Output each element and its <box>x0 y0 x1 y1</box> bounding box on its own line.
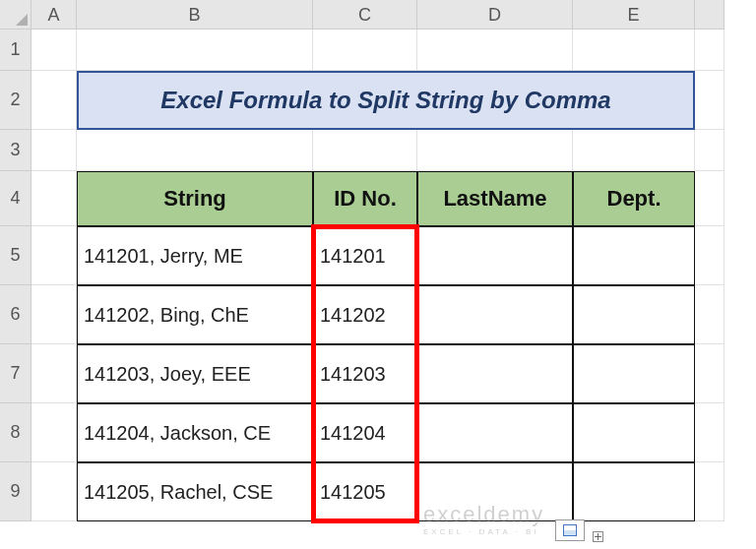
cell-D1[interactable] <box>417 30 573 71</box>
cell-F7[interactable] <box>695 344 724 403</box>
row-header-3[interactable]: 3 <box>0 130 32 171</box>
row-header-7[interactable]: 7 <box>0 344 32 403</box>
cell-C6[interactable]: 141202 <box>313 285 417 344</box>
cell-B9[interactable]: 141205, Rachel, CSE <box>77 462 313 521</box>
row-header-5[interactable]: 5 <box>0 226 32 285</box>
cell-C5[interactable]: 141201 <box>313 226 417 285</box>
row-header-9[interactable]: 9 <box>0 462 32 521</box>
cell-D3[interactable] <box>417 130 573 171</box>
cell-C8[interactable]: 141204 <box>313 403 417 462</box>
cell-C1[interactable] <box>313 30 417 71</box>
header-string[interactable]: String <box>77 171 313 226</box>
column-headers: A B C D E <box>32 0 724 30</box>
cell-A7[interactable] <box>32 344 77 403</box>
cell-F1[interactable] <box>695 30 724 71</box>
paste-options-icon <box>563 524 577 536</box>
watermark: exceldemy EXCEL · DATA · BI <box>423 502 544 536</box>
cell-C9[interactable]: 141205 <box>313 462 417 521</box>
cell-A2[interactable] <box>32 71 77 130</box>
header-dept[interactable]: Dept. <box>573 171 695 226</box>
cell-D7[interactable] <box>417 344 573 403</box>
cell-A9[interactable] <box>32 462 77 521</box>
cell-F6[interactable] <box>695 285 724 344</box>
col-header-D[interactable]: D <box>417 0 573 30</box>
col-header-B[interactable]: B <box>77 0 313 30</box>
cell-D8[interactable] <box>417 403 573 462</box>
cell-C3[interactable] <box>313 130 417 171</box>
row-header-2[interactable]: 2 <box>0 71 32 130</box>
cell-F5[interactable] <box>695 226 724 285</box>
cell-D6[interactable] <box>417 285 573 344</box>
paste-options-button[interactable] <box>555 519 585 541</box>
col-header-C[interactable]: C <box>313 0 417 30</box>
svg-marker-0 <box>16 14 28 26</box>
col-header-F[interactable] <box>695 0 724 30</box>
spreadsheet: A B C D E 1 2 3 4 5 6 7 8 9 Excel Formul… <box>0 0 756 549</box>
title-cell[interactable]: Excel Formula to Split String by Comma <box>77 71 695 130</box>
watermark-brand: exceldemy <box>423 502 544 527</box>
col-header-E[interactable]: E <box>573 0 695 30</box>
cell-B8[interactable]: 141204, Jackson, CE <box>77 403 313 462</box>
header-id-no[interactable]: ID No. <box>313 171 417 226</box>
cell-E8[interactable] <box>573 403 695 462</box>
row-headers: 1 2 3 4 5 6 7 8 9 <box>0 30 32 521</box>
col-header-A[interactable]: A <box>32 0 77 30</box>
cell-A8[interactable] <box>32 403 77 462</box>
cell-E9[interactable] <box>573 462 695 521</box>
cell-A6[interactable] <box>32 285 77 344</box>
cell-B1[interactable] <box>77 30 313 71</box>
cell-A4[interactable] <box>32 171 77 226</box>
cell-F3[interactable] <box>695 130 724 171</box>
cell-B6[interactable]: 141202, Bing, ChE <box>77 285 313 344</box>
cell-F2[interactable] <box>695 71 724 130</box>
select-all-corner[interactable] <box>0 0 32 30</box>
header-lastname[interactable]: LastName <box>417 171 573 226</box>
cell-B5[interactable]: 141201, Jerry, ME <box>77 226 313 285</box>
grid-area: Excel Formula to Split String by Comma S… <box>32 30 724 521</box>
cell-E3[interactable] <box>573 130 695 171</box>
row-header-4[interactable]: 4 <box>0 171 32 226</box>
cell-E5[interactable] <box>573 226 695 285</box>
cell-B3[interactable] <box>77 130 313 171</box>
fill-handle-icon <box>593 531 603 542</box>
cell-C7[interactable]: 141203 <box>313 344 417 403</box>
cell-A5[interactable] <box>32 226 77 285</box>
watermark-tag: EXCEL · DATA · BI <box>423 527 544 536</box>
row-header-8[interactable]: 8 <box>0 403 32 462</box>
cell-F9[interactable] <box>695 462 724 521</box>
cell-E6[interactable] <box>573 285 695 344</box>
cell-E7[interactable] <box>573 344 695 403</box>
cell-F8[interactable] <box>695 403 724 462</box>
row-header-1[interactable]: 1 <box>0 30 32 71</box>
cell-F4[interactable] <box>695 171 724 226</box>
cell-B7[interactable]: 141203, Joey, EEE <box>77 344 313 403</box>
cell-A3[interactable] <box>32 130 77 171</box>
cell-A1[interactable] <box>32 30 77 71</box>
cell-D5[interactable] <box>417 226 573 285</box>
select-all-triangle-icon <box>16 14 28 26</box>
row-header-6[interactable]: 6 <box>0 285 32 344</box>
cell-E1[interactable] <box>573 30 695 71</box>
